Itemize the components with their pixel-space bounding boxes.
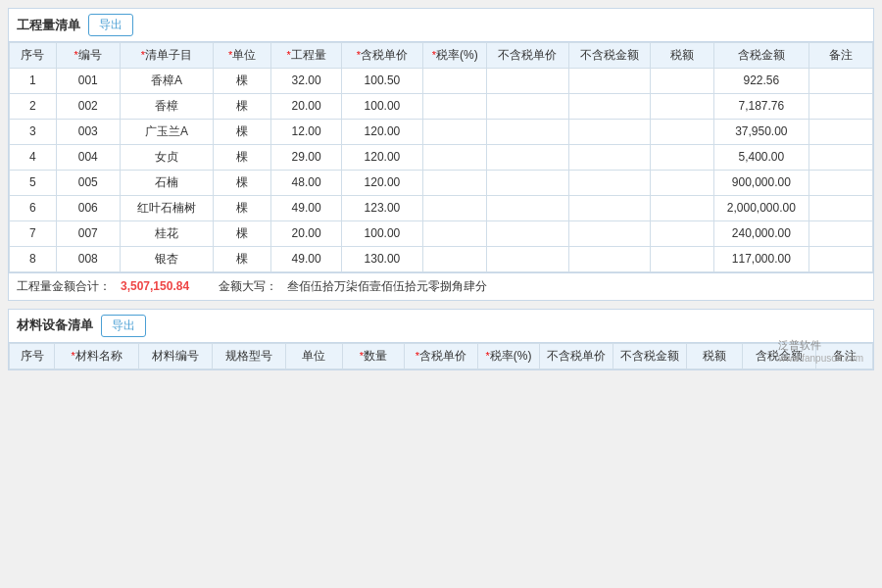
table-row[interactable]: 4004女贞棵29.00120.005,400.00	[10, 144, 873, 170]
table-cell: 棵	[214, 220, 271, 246]
table-cell: 922.56	[714, 68, 808, 93]
summary-value: 3,507,150.84	[121, 279, 209, 293]
table-cell	[568, 93, 650, 119]
top-table: 序号 *编号 *清单子目 *单位 *工程量 *含税单价 *税率(%) 不含税单价…	[9, 42, 873, 272]
table-cell: 1	[10, 68, 57, 93]
table-cell: 2	[10, 93, 57, 119]
table-cell: 49.00	[271, 246, 341, 271]
page-wrapper: 工程量清单 导出 序号 *编号 *清单子目 *单位 *工程量 *含税单价 *税率…	[0, 0, 882, 588]
table-cell: 3	[10, 119, 57, 144]
table-cell	[808, 144, 872, 170]
top-section-title: 工程量清单	[17, 17, 80, 34]
bth-remark: 备注	[816, 343, 873, 368]
table-cell: 100.00	[341, 220, 422, 246]
table-row[interactable]: 3003广玉兰A棵12.00120.0037,950.00	[10, 119, 873, 144]
table-cell	[650, 220, 713, 246]
th-remark: 备注	[808, 43, 872, 69]
bth-tax: 税额	[686, 343, 743, 368]
table-cell	[422, 195, 486, 220]
table-cell: 20.00	[271, 220, 341, 246]
table-cell	[422, 144, 486, 170]
table-cell: 6	[10, 195, 57, 220]
table-cell: 5	[10, 170, 57, 195]
th-notax-price: 不含税单价	[487, 43, 568, 69]
bottom-export-button[interactable]: 导出	[101, 315, 146, 337]
bth-notax-price: 不含税单价	[540, 343, 613, 368]
table-row[interactable]: 2002香樟棵20.00100.007,187.76	[10, 93, 873, 119]
bth-spec: 规格型号	[213, 343, 286, 368]
table-cell: 棵	[214, 144, 271, 170]
table-cell: 120.00	[341, 119, 422, 144]
table-cell	[422, 246, 486, 271]
bth-mat-name: *材料名称	[55, 343, 139, 368]
table-cell	[568, 246, 650, 271]
th-tax-price: *含税单价	[341, 43, 422, 69]
table-cell: 7	[10, 220, 57, 246]
table-cell	[487, 195, 568, 220]
bth-seq: 序号	[10, 343, 55, 368]
bottom-table-header-row: 序号 *材料名称 材料编号 规格型号 单位 *数量 *含税单价 *税率(%) 不…	[10, 343, 873, 368]
table-cell	[808, 195, 872, 220]
table-cell: 棵	[214, 195, 271, 220]
table-cell	[487, 119, 568, 144]
table-cell: 001	[56, 68, 120, 93]
table-cell: 12.00	[271, 119, 341, 144]
table-cell: 7,187.76	[714, 93, 808, 119]
table-row[interactable]: 5005石楠棵48.00120.00900,000.00	[10, 170, 873, 195]
table-cell	[808, 220, 872, 246]
table-cell	[422, 68, 486, 93]
bottom-table-container[interactable]: 序号 *材料名称 材料编号 规格型号 单位 *数量 *含税单价 *税率(%) 不…	[9, 343, 873, 369]
table-cell	[422, 93, 486, 119]
table-cell: 004	[56, 144, 120, 170]
table-cell: 008	[56, 246, 120, 271]
table-cell	[568, 68, 650, 93]
table-cell: 4	[10, 144, 57, 170]
table-cell: 900,000.00	[714, 170, 808, 195]
bottom-section: 材料设备清单 导出 序号 *材料名称 材料编号 规格型号 单位 *数量 *含税单…	[8, 309, 874, 370]
bottom-section-title: 材料设备清单	[17, 317, 93, 334]
bottom-section-header: 材料设备清单 导出	[9, 310, 873, 343]
table-cell: 120.00	[341, 170, 422, 195]
table-cell	[487, 170, 568, 195]
table-cell: 棵	[214, 119, 271, 144]
th-notax-amt: 不含税金额	[568, 43, 650, 69]
table-cell: 石楠	[120, 170, 213, 195]
table-row[interactable]: 7007桂花棵20.00100.00240,000.00	[10, 220, 873, 246]
th-qty: *工程量	[271, 43, 341, 69]
table-cell	[487, 68, 568, 93]
table-cell: 棵	[214, 93, 271, 119]
table-cell: 007	[56, 220, 120, 246]
top-section: 工程量清单 导出 序号 *编号 *清单子目 *单位 *工程量 *含税单价 *税率…	[8, 8, 874, 301]
table-cell	[808, 246, 872, 271]
table-cell: 100.00	[341, 93, 422, 119]
table-cell: 123.00	[341, 195, 422, 220]
bth-notax-amt: 不含税金额	[613, 343, 687, 368]
table-cell: 广玉兰A	[120, 119, 213, 144]
summary-daxie-value: 叁佰伍拾万柒佰壹佰伍拾元零捌角肆分	[287, 278, 487, 295]
th-code: *编号	[56, 43, 120, 69]
table-cell: 棵	[214, 246, 271, 271]
top-export-button[interactable]: 导出	[88, 14, 133, 36]
table-row[interactable]: 6006红叶石楠树棵49.00123.002,000,000.00	[10, 195, 873, 220]
summary-daxie-label: 金额大写：	[219, 278, 277, 295]
table-cell	[568, 170, 650, 195]
th-tax-rate: *税率(%)	[422, 43, 486, 69]
table-cell: 49.00	[271, 195, 341, 220]
table-cell: 女贞	[120, 144, 213, 170]
table-cell: 002	[56, 93, 120, 119]
table-cell	[422, 170, 486, 195]
table-cell	[650, 119, 713, 144]
table-cell	[650, 195, 713, 220]
th-tax: 税额	[650, 43, 713, 69]
top-table-container[interactable]: 序号 *编号 *清单子目 *单位 *工程量 *含税单价 *税率(%) 不含税单价…	[9, 42, 873, 272]
table-cell: 100.50	[341, 68, 422, 93]
table-cell: 003	[56, 119, 120, 144]
table-cell: 120.00	[341, 144, 422, 170]
table-row[interactable]: 8008银杏棵49.00130.00117,000.00	[10, 246, 873, 271]
top-section-header: 工程量清单 导出	[9, 9, 873, 42]
table-cell	[808, 119, 872, 144]
th-unit: *单位	[214, 43, 271, 69]
table-cell: 棵	[214, 170, 271, 195]
table-row[interactable]: 1001香樟A棵32.00100.50922.56	[10, 68, 873, 93]
table-cell	[568, 195, 650, 220]
